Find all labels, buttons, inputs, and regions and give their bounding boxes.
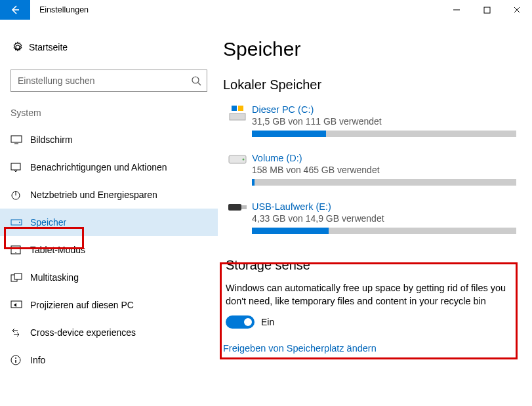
notification-icon [10, 162, 30, 173]
storage-icon [10, 219, 30, 226]
search-placeholder: Einstellung suchen [18, 75, 191, 86]
monitor-icon [10, 135, 30, 144]
nav-item-multitasking[interactable]: Multitasking [0, 264, 218, 291]
nav-label: Projizieren auf diesen PC [30, 300, 134, 310]
drive-bar [252, 228, 516, 234]
nav-item-display[interactable]: Bildschirm [0, 126, 218, 153]
svg-point-6 [19, 222, 20, 223]
project-icon [10, 300, 30, 310]
nav-label: Bildschirm [30, 134, 73, 145]
nav-item-notifications[interactable]: Benachrichtigungen und Aktionen [0, 153, 218, 181]
home-label: Startseite [29, 42, 68, 52]
close-icon [513, 6, 521, 14]
power-icon [10, 190, 30, 200]
nav-label: Info [30, 355, 45, 365]
sidebar: Startseite Einstellung suchen System Bil… [0, 20, 218, 406]
svg-rect-19 [228, 204, 241, 211]
section-label: System [0, 108, 218, 118]
nav-item-power[interactable]: Netzbetrieb und Energiesparen [0, 181, 218, 209]
svg-rect-20 [241, 205, 247, 209]
minimize-icon [453, 6, 460, 14]
page-heading: Speicher [223, 38, 516, 60]
svg-rect-15 [232, 106, 237, 111]
hdd-icon [223, 153, 252, 166]
drive-bar [252, 179, 516, 186]
window-controls [441, 0, 532, 20]
annotation-highlight-storage-sense [220, 262, 518, 359]
svg-rect-2 [11, 136, 22, 142]
nav-label: Netzbetrieb und Energiesparen [30, 190, 157, 200]
svg-point-18 [243, 159, 245, 161]
gear-icon [12, 41, 29, 53]
nav-label: Speicher [30, 217, 66, 228]
drive-usage: 31,5 GB von 111 GB verwendet [252, 116, 516, 127]
drive-row-c[interactable]: Dieser PC (C:) 31,5 GB von 111 GB verwen… [223, 104, 516, 137]
nav-label: Cross-device experiences [30, 327, 136, 338]
svg-rect-14 [230, 113, 245, 120]
pc-drive-icon [223, 104, 252, 121]
nav-item-projecting[interactable]: Projizieren auf diesen PC [0, 291, 218, 319]
nav-label: Multitasking [30, 272, 79, 283]
drive-name: Volume (D:) [252, 153, 516, 163]
info-icon [10, 355, 30, 365]
svg-point-13 [15, 357, 16, 359]
minimize-button[interactable] [441, 0, 472, 20]
svg-point-1 [192, 77, 199, 83]
crossdevice-icon [10, 327, 30, 338]
arrow-left-icon [10, 5, 20, 15]
usb-drive-icon [223, 201, 252, 213]
drive-usage: 158 MB von 465 GB verwendet [252, 165, 516, 175]
svg-rect-16 [238, 106, 243, 111]
drive-row-e[interactable]: USB-Laufwerk (E:) 4,33 GB von 14,9 GB ve… [223, 201, 516, 234]
local-storage-heading: Lokaler Speicher [223, 77, 516, 92]
svg-rect-3 [11, 163, 20, 170]
drive-name: USB-Laufwerk (E:) [252, 201, 516, 212]
search-icon [191, 75, 201, 86]
back-button[interactable] [0, 0, 30, 20]
home-link[interactable]: Startseite [0, 37, 218, 58]
drive-bar [252, 131, 516, 137]
close-button[interactable] [502, 0, 532, 20]
nav-item-info[interactable]: Info [0, 346, 218, 374]
drive-row-d[interactable]: Volume (D:) 158 MB von 465 GB verwendet [223, 153, 516, 186]
svg-rect-0 [484, 7, 490, 13]
nav-item-crossdevice[interactable]: Cross-device experiences [0, 319, 218, 346]
drive-name: Dieser PC (C:) [252, 104, 516, 115]
window-title: Einstellungen [30, 5, 89, 14]
svg-rect-10 [14, 274, 22, 279]
maximize-button[interactable] [472, 0, 502, 20]
multitasking-icon [10, 273, 30, 282]
drive-usage: 4,33 GB von 14,9 GB verwendet [252, 213, 516, 224]
nav-label: Benachrichtigungen und Aktionen [30, 162, 167, 173]
svg-point-8 [15, 252, 16, 253]
annotation-highlight-nav [4, 227, 84, 249]
title-bar: Einstellungen [0, 0, 532, 20]
search-input[interactable]: Einstellung suchen [10, 70, 207, 92]
maximize-icon [483, 7, 491, 14]
